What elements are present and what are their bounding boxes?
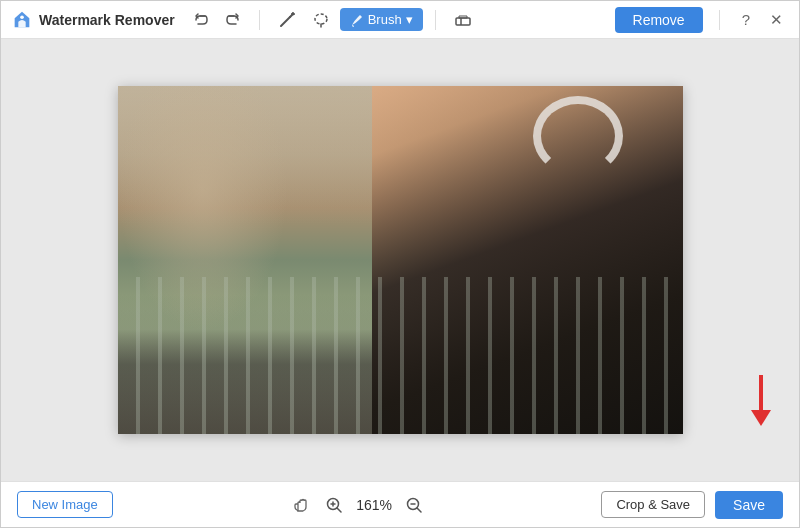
undo-icon bbox=[193, 12, 209, 28]
zoom-in-button[interactable] bbox=[322, 493, 346, 517]
magic-wand-button[interactable] bbox=[272, 7, 302, 33]
divider-2 bbox=[435, 10, 436, 30]
svg-point-0 bbox=[20, 15, 24, 19]
zoom-controls: 161% bbox=[288, 492, 426, 518]
app-logo-icon bbox=[11, 9, 33, 31]
main-canvas bbox=[1, 39, 799, 481]
help-button[interactable]: ? bbox=[736, 9, 756, 30]
eraser-icon bbox=[454, 11, 472, 29]
photo-fence bbox=[118, 277, 683, 434]
brush-button[interactable]: Brush ▾ bbox=[340, 8, 423, 31]
titlebar-right: Remove ? ✕ bbox=[615, 7, 789, 33]
undo-button[interactable] bbox=[187, 8, 215, 32]
svg-point-6 bbox=[315, 14, 327, 24]
lasso-button[interactable] bbox=[306, 7, 336, 33]
arrow-head bbox=[751, 410, 771, 426]
toolbar-controls: Brush ▾ bbox=[187, 7, 478, 33]
divider-3 bbox=[719, 10, 720, 30]
zoom-in-icon bbox=[325, 496, 343, 514]
zoom-out-icon bbox=[405, 496, 423, 514]
zoom-level-label: 161% bbox=[354, 497, 394, 513]
brush-label: Brush bbox=[368, 12, 402, 27]
save-button[interactable]: Save bbox=[715, 491, 783, 519]
close-button[interactable]: ✕ bbox=[764, 9, 789, 31]
bottom-right: Crop & Save Save bbox=[601, 491, 783, 519]
svg-rect-7 bbox=[456, 18, 470, 25]
brush-icon bbox=[350, 13, 364, 27]
svg-line-1 bbox=[281, 17, 290, 26]
svg-line-12 bbox=[337, 508, 341, 512]
brush-dropdown-icon: ▾ bbox=[406, 12, 413, 27]
crop-save-button[interactable]: Crop & Save bbox=[601, 491, 705, 518]
hand-icon bbox=[291, 495, 311, 515]
divider-1 bbox=[259, 10, 260, 30]
redo-icon bbox=[225, 12, 241, 28]
redo-button[interactable] bbox=[219, 8, 247, 32]
bottom-left: New Image bbox=[17, 491, 113, 518]
photo-canvas[interactable] bbox=[118, 86, 683, 434]
eraser-button[interactable] bbox=[448, 7, 478, 33]
zoom-out-button[interactable] bbox=[402, 493, 426, 517]
titlebar: Watermark Remover bbox=[1, 1, 799, 39]
remove-button[interactable]: Remove bbox=[615, 7, 703, 33]
lasso-icon bbox=[312, 11, 330, 29]
app-logo-area: Watermark Remover bbox=[11, 9, 175, 31]
arrow-shaft bbox=[759, 375, 763, 410]
svg-line-15 bbox=[417, 508, 421, 512]
new-image-button[interactable]: New Image bbox=[17, 491, 113, 518]
image-container bbox=[118, 86, 683, 434]
save-arrow-indicator bbox=[751, 375, 771, 426]
bottom-toolbar: New Image 161% Crop & Sav bbox=[1, 481, 799, 527]
app-title: Watermark Remover bbox=[39, 12, 175, 28]
hand-tool-button[interactable] bbox=[288, 492, 314, 518]
magic-wand-icon bbox=[278, 11, 296, 29]
photo-headphones bbox=[533, 96, 623, 176]
